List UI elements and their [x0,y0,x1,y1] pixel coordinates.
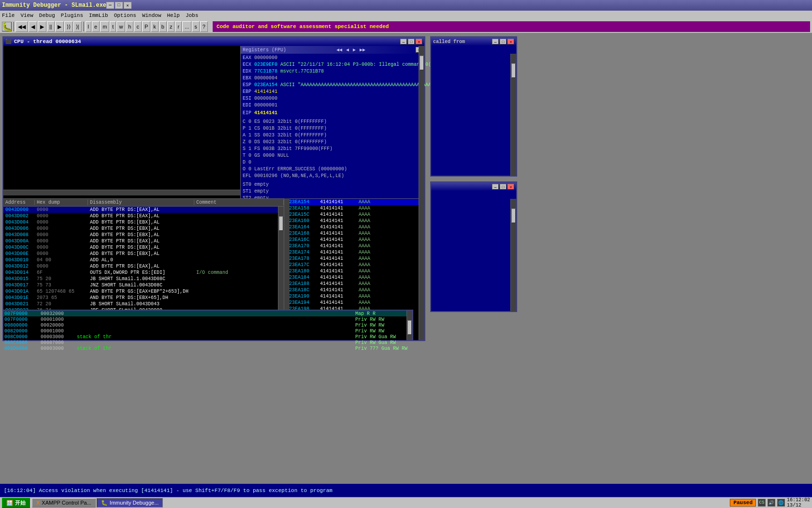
disasm-row[interactable]: 0043D004 0000 ADD BYTE PTR DS:[EBX],AL [3,219,284,225]
toolbar-icon[interactable]: 🐛 [2,22,12,31]
toolbar-btn-step-forward[interactable]: ▶ [55,21,64,32]
minimize-btn[interactable]: — [106,2,114,9]
menu-help[interactable]: Help [167,13,179,18]
disasm-scroll-thumb[interactable] [279,216,283,231]
memmap-scrollbar[interactable] [406,311,412,340]
toolbar-btn-e[interactable]: e [92,21,100,32]
menu-file[interactable]: File [2,13,14,18]
stack-row[interactable]: 023EA160 41414141 AAAA [284,218,424,224]
stack-row[interactable]: 023EA15C 41414141 AAAA [284,211,424,218]
reg-nav-prev1[interactable]: ◀◀ [336,47,342,53]
cpu-minimize-btn[interactable]: — [400,39,407,45]
toolbar-btn-t[interactable]: t [110,21,116,32]
menu-immlib[interactable]: ImmLib [89,13,108,18]
toolbar-btn-restart[interactable]: ◀◀ [15,21,28,32]
toolbar-btn-m[interactable]: m [100,21,109,32]
menu-plugins[interactable]: Plugins [61,13,83,18]
stack-row[interactable]: 023EA18C 41414141 AAAA [284,287,424,293]
memmap-row[interactable]: 008D0000 00003000 stack of thr Priv 77? … [3,345,412,351]
right-panel-2-scroll-thumb[interactable] [511,209,516,223]
stack-row[interactable]: 023EA17C 41414141 AAAA [284,262,424,268]
right-panel-2-min-btn[interactable]: — [492,184,499,190]
disasm-row[interactable]: 0043D01E 2073 65 AND BYTE PTR DS:[EBX+65… [3,295,284,301]
toolbar-btn-l[interactable]: l [86,21,91,32]
cpu-right-scrollbar[interactable] [419,46,424,340]
cpu-right-scroll-thumb[interactable] [420,56,424,70]
stack-row[interactable]: 023EA184 41414141 AAAA [284,274,424,281]
toolbar-btn-P[interactable]: P [142,21,150,32]
reg-nav-next2[interactable]: ▶▶ [360,47,365,53]
stack-row[interactable]: 023EA194 41414141 AAAA [284,299,424,306]
stack-row[interactable]: 023EA168 41414141 AAAA [284,230,424,237]
right-panel-1-scroll-thumb[interactable] [511,63,516,78]
memmap-row[interactable]: 00800000 00020000 Priv RW RW [3,322,412,328]
toolbar-btn-b[interactable]: b [159,21,167,32]
toolbar-btn-r[interactable]: r [175,21,182,32]
toolbar-btn-h[interactable]: h [126,21,133,32]
menu-debug[interactable]: Debug [39,13,55,18]
menu-view[interactable]: View [20,13,33,18]
disasm-row[interactable]: 0043D012 0000 ADD BYTE PTR DS:[EAX],AL [3,263,284,269]
disasm-row[interactable]: 0043D015 75 20 JB SHORT SLmail.1.0043D08… [3,276,284,282]
memmap-row[interactable]: 008C0000 00003000 stack of thr Priv RW G… [3,334,412,340]
memmap-scroll-thumb[interactable] [407,320,412,335]
stack-row[interactable]: 023EA190 41414141 AAAA [284,293,424,299]
disasm-row[interactable]: 0043D017 75 73 JNZ SHORT SLmail.0043D08C [3,282,284,288]
toolbar-btn-step-over[interactable]: ⟩| [73,21,82,32]
stack-row[interactable]: 023EA180 41414141 AAAA [284,268,424,274]
toolbar-btn-c[interactable]: c [134,21,142,32]
reg-nav-prev2[interactable]: ◀ [346,47,349,53]
right-panel-1-scrollbar[interactable] [510,54,516,176]
memmap-row[interactable]: 007F0000 00032000 Map R R [3,311,412,316]
toolbar-btn-run[interactable]: ▶ [38,21,46,32]
memmap-row[interactable]: 007F0000 00001000 Priv RW RW [3,316,412,322]
cpu-close-btn[interactable]: ✕ [416,39,422,45]
right-panel-2-max-btn[interactable]: □ [500,184,507,190]
toolbar-btn-help[interactable]: ? [200,21,208,32]
disasm-row[interactable]: 0043D010 04 00 ADD AL,0 [3,257,284,263]
stack-row[interactable]: 023EA178 41414141 AAAA [284,255,424,262]
close-btn[interactable]: ✕ [124,2,131,9]
maximize-btn[interactable]: □ [115,2,123,9]
disasm-row[interactable]: 0043D008 0000 ADD BYTE PTR DS:[EBX],AL [3,232,284,238]
taskbar-item-xampp[interactable]: X XAMPP Control Pa... [32,498,96,508]
stack-row[interactable]: 023EA164 41414141 AAAA [284,224,424,230]
disasm-row[interactable]: 0043D000 0000 ADD BYTE PTR DS:[EAX],AL [3,207,284,213]
toolbar-btn-w[interactable]: w [116,21,125,32]
toolbar-btn-pause[interactable]: || [47,21,55,32]
toolbar-btn-z[interactable]: z [167,21,175,32]
toolbar-btn-step-back[interactable]: ◀ [29,21,37,32]
toolbar-btn-s[interactable]: s [192,21,200,32]
toolbar-btn-k[interactable]: k [151,21,159,32]
toolbar-btn-dots[interactable]: ... [182,21,191,32]
stack-row[interactable]: 023EA174 41414141 AAAA [284,249,424,255]
right-panel-1-close-btn[interactable]: ✕ [508,39,514,45]
right-panel-1-min-btn[interactable]: — [492,39,499,45]
right-panel-2-close-btn[interactable]: ✕ [508,184,514,190]
disasm-row[interactable]: 0043D006 0000 ADD BYTE PTR DS:[EBX],AL [3,225,284,232]
reg-nav-next1[interactable]: ▶ [353,47,356,53]
stack-row[interactable]: 023EA158 41414141 AAAA [284,205,424,211]
stack-row[interactable]: 023EA170 41414141 AAAA [284,243,424,249]
menu-window[interactable]: Window [142,13,161,18]
menu-jobs[interactable]: Jobs [186,13,198,18]
h-scrollbar-top[interactable] [3,190,240,195]
menu-options[interactable]: Options [114,13,136,18]
disasm-row[interactable]: 0043D00A 0000 ADD BYTE PTR DS:[EAX],AL [3,238,284,244]
disasm-row[interactable]: 0043D002 0000 ADD BYTE PTR DS:[EAX],AL [3,213,284,219]
stack-row[interactable]: 023EA16C 41414141 AAAA [284,237,424,243]
start-button[interactable]: 🪟 开始 [2,498,30,508]
stack-row[interactable]: 023EA188 41414141 AAAA [284,281,424,287]
memmap-row[interactable]: 008C6000 00007000 Priv RW Gua RW [3,340,412,345]
right-panel-2-scrollbar[interactable] [510,199,516,311]
memmap-row[interactable]: 00820000 00001000 Priv RW RW [3,328,412,334]
disasm-row[interactable]: 0043D01A 65 1207468 65 AND BYTE PTR GS:[… [3,288,284,295]
disasm-row[interactable]: 0043D014 6F OUTS DX,DWORD PTR ES:[EDI] I… [3,269,284,276]
taskbar-item-immunity[interactable]: 🐛 Immunity Debugge... [97,498,163,508]
disasm-row[interactable]: 0043D021 72 20 JB SHORT SLmail.0043D043 [3,301,284,307]
cpu-maximize-btn[interactable]: □ [408,39,415,45]
disasm-row[interactable]: 0043D00C 0000 ADD BYTE PTR DS:[EBX],AL [3,244,284,251]
toolbar-btn-step-into[interactable]: ⟩⟩ [64,21,73,32]
right-panel-1-max-btn[interactable]: □ [500,39,507,45]
disasm-row[interactable]: 0043D00E 0000 ADD BYTE PTR DS:[EBX],AL [3,251,284,257]
